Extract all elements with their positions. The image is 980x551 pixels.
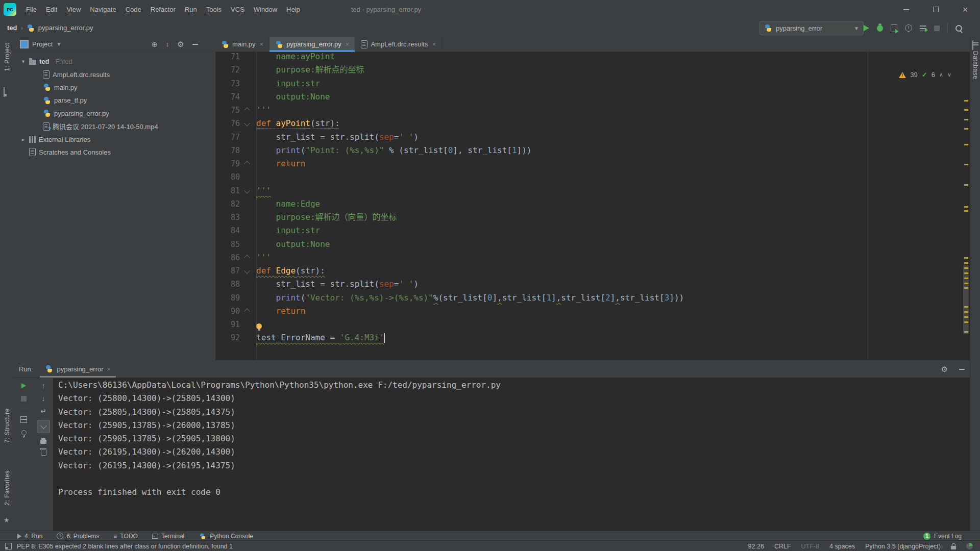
previous-warning-icon[interactable]: ∧	[939, 71, 943, 78]
menu-view[interactable]: View	[62, 0, 85, 19]
close-tab-icon[interactable]: ×	[107, 365, 111, 373]
highlighting-level-icon[interactable]	[966, 543, 973, 549]
tool-window-button-todo[interactable]: ≡TODO	[113, 533, 137, 540]
scrollbar-warning-mark[interactable]	[964, 100, 968, 102]
stop-button[interactable]	[934, 26, 940, 31]
scrollbar-thumb[interactable]	[963, 265, 969, 334]
scrollbar-warning-mark[interactable]	[964, 119, 968, 120]
code-line-71[interactable]: name:ayPoint	[256, 52, 960, 63]
editor-tab-pyparsing-error-py[interactable]: pyparsing_error.py×	[270, 37, 355, 52]
chevron-down-icon[interactable]: ▾	[20, 58, 26, 65]
inspections-widget[interactable]: 39 ✓ 6 ∧ ∨	[899, 71, 951, 79]
scrollbar-warning-mark[interactable]	[964, 272, 968, 274]
scrollbar-warning-mark[interactable]	[964, 331, 968, 333]
status-item-crlf[interactable]: CRLF	[774, 543, 791, 550]
tool-window-button-6-problems[interactable]: !6: Problems	[57, 533, 99, 540]
print-icon[interactable]	[40, 440, 46, 444]
close-button[interactable]: ×	[950, 0, 980, 19]
scrollbar-warning-mark[interactable]	[964, 321, 968, 323]
minimize-button[interactable]	[891, 0, 921, 19]
tree-item-external-libraries[interactable]: ▸External Libraries	[14, 133, 215, 145]
menu-refactor[interactable]: Refactor	[146, 0, 180, 19]
tree-item-ted[interactable]: ▾tedF:\ted	[14, 55, 215, 68]
tree-item-scratches-and-consoles[interactable]: Scratches and Consoles	[14, 146, 215, 159]
status-item-4-spaces[interactable]: 4 spaces	[829, 543, 855, 550]
tool-button-favorites[interactable]: 2: Favorites	[4, 470, 11, 508]
down-stack-trace-icon[interactable]: ↓	[42, 394, 45, 403]
menu-code[interactable]: Code	[121, 0, 146, 19]
up-stack-trace-icon[interactable]: ↑	[42, 382, 45, 390]
next-warning-icon[interactable]: ∨	[947, 71, 951, 78]
code-line-87[interactable]: def Edge(str):	[256, 264, 960, 278]
code-line-90[interactable]: return	[256, 305, 960, 318]
code-line-82[interactable]: name:Edge	[256, 197, 960, 211]
status-message[interactable]: PEP 8: E305 expected 2 blank lines after…	[17, 543, 233, 550]
scrollbar-warning-mark[interactable]	[964, 164, 968, 165]
scrollbar-warning-mark[interactable]	[964, 267, 968, 269]
tool-button-project[interactable]: 1: Project	[4, 43, 11, 73]
lock-icon[interactable]	[951, 546, 956, 549]
scroll-to-end-button[interactable]	[37, 420, 50, 433]
collapse-all-icon[interactable]: ↕	[166, 41, 169, 47]
code-line-80[interactable]	[256, 170, 960, 184]
tool-window-button-terminal[interactable]: >Terminal	[152, 533, 184, 540]
menu-tools[interactable]: Tools	[202, 0, 226, 19]
scrollbar-warning-mark[interactable]	[964, 257, 968, 259]
gear-icon[interactable]: ⚙	[177, 40, 184, 48]
fold-end-icon[interactable]	[244, 255, 250, 260]
tool-button-database[interactable]: Database	[972, 51, 979, 81]
tool-button-structure[interactable]: 7: Structure	[4, 408, 11, 445]
code-line-86[interactable]: '''	[256, 251, 960, 264]
gear-icon[interactable]: ⚙	[941, 365, 948, 373]
tree-item-pyparsing-error-py[interactable]: pyparsing_error.py	[14, 107, 215, 120]
code-line-79[interactable]: return	[256, 157, 960, 170]
scrollbar-warning-mark[interactable]	[964, 316, 968, 318]
soft-wrap-icon[interactable]: ↵	[40, 407, 46, 415]
clear-console-icon[interactable]	[41, 450, 46, 456]
editor-scrollbar[interactable]	[963, 37, 970, 360]
editor-tab-main-py[interactable]: main.py×	[215, 37, 270, 52]
project-panel-title[interactable]: Project	[32, 40, 53, 48]
fold-start-icon[interactable]	[244, 121, 250, 127]
tree-item-parse-tf-py[interactable]: parse_tf.py	[14, 94, 215, 107]
code-line-81[interactable]: '''	[256, 184, 960, 197]
code-line-72[interactable]: purpose:解析点的坐标	[256, 63, 960, 77]
pin-tab-icon[interactable]	[21, 430, 27, 435]
status-item-python-3-5-djangoproject-[interactable]: Python 3.5 (djangoProject)	[865, 543, 941, 550]
scrollbar-warning-mark[interactable]	[964, 311, 968, 313]
run-with-coverage-button[interactable]	[891, 24, 897, 32]
scrollbar-warning-mark[interactable]	[964, 262, 968, 264]
code-line-89[interactable]: print("Vector: (%s,%s)->(%s,%s)"%(str_li…	[256, 291, 960, 305]
code-line-85[interactable]: output:None	[256, 238, 960, 251]
code-editor[interactable]: 7172737475767778798081828384858687888990…	[215, 52, 970, 360]
debug-button[interactable]	[877, 25, 883, 32]
menu-window[interactable]: Window	[249, 0, 282, 19]
hide-panel-icon[interactable]	[192, 44, 198, 45]
tree-item-ampleft-drc-results[interactable]: AmpLeft.drc.results	[14, 68, 215, 81]
code-line-92[interactable]: test_ErrorName = 'G.4:M3i'	[256, 331, 960, 344]
code-line-84[interactable]: input:str	[256, 224, 960, 237]
fold-end-icon[interactable]	[244, 107, 250, 113]
status-item-utf-8[interactable]: UTF-8	[801, 543, 819, 550]
scrollbar-warning-mark[interactable]	[964, 144, 968, 145]
scrollbar-warning-mark[interactable]	[964, 287, 968, 289]
menu-edit[interactable]: Edit	[41, 0, 62, 19]
menu-run[interactable]: Run	[180, 0, 202, 19]
tool-windows-toggle-icon[interactable]	[5, 543, 12, 549]
editor-tab-ampleft-drc-results[interactable]: AmpLeft.drc.results×	[355, 37, 442, 52]
code-line-73[interactable]: input:str	[256, 77, 960, 90]
fold-end-icon[interactable]	[244, 308, 250, 314]
chevron-right-icon[interactable]: ▸	[20, 136, 26, 143]
close-tab-icon[interactable]: ×	[260, 40, 264, 48]
close-tab-icon[interactable]: ×	[432, 40, 436, 48]
chevron-down-icon[interactable]: ▼	[56, 41, 61, 47]
menu-navigate[interactable]: Navigate	[85, 0, 120, 19]
scrollbar-warning-mark[interactable]	[964, 206, 968, 208]
scrollbar-warning-mark[interactable]	[964, 184, 968, 186]
fold-start-icon[interactable]	[244, 268, 250, 273]
menu-vcs[interactable]: VCS	[226, 0, 249, 19]
profiler-button[interactable]	[905, 24, 912, 32]
code-line-83[interactable]: purpose:解析边（向量）的坐标	[256, 211, 960, 224]
code-line-91[interactable]	[256, 318, 960, 331]
code-line-74[interactable]: output:None	[256, 90, 960, 104]
